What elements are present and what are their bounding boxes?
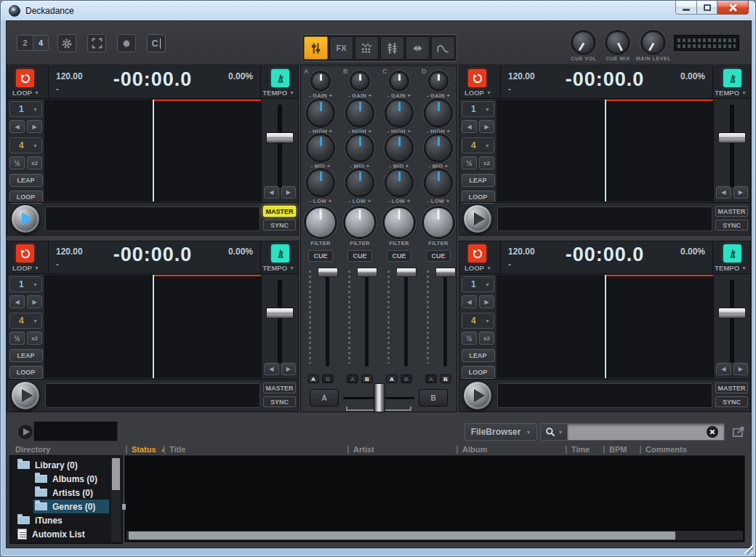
play-button[interactable]	[11, 381, 40, 410]
crossfader-handle[interactable]	[374, 383, 385, 412]
beatjump-back-button[interactable]: ◀	[462, 295, 477, 308]
tempo-icon[interactable]	[723, 69, 741, 87]
tempo-dropdown[interactable]: TEMPO▼	[262, 89, 294, 97]
track-list[interactable]	[124, 455, 745, 542]
panel-splitter-handle[interactable]	[122, 504, 126, 510]
play-button[interactable]	[463, 204, 492, 233]
nudge-forward-button[interactable]: ▶	[281, 186, 297, 199]
tempo-icon[interactable]	[723, 244, 741, 263]
nudge-forward-button[interactable]: ▶	[733, 186, 749, 199]
nudge-back-button[interactable]: ◀	[716, 363, 731, 375]
assign-b-button[interactable]: B	[441, 374, 451, 383]
maximize-button[interactable]	[697, 1, 717, 15]
high-eq-knob[interactable]	[425, 100, 452, 127]
nudge-back-button[interactable]: ◀	[264, 363, 279, 375]
low-eq-knob[interactable]	[386, 169, 413, 196]
relooper-button[interactable]: C	[147, 34, 166, 52]
tab-fx[interactable]: FX	[329, 36, 353, 60]
waveform-display[interactable]	[45, 275, 261, 378]
loop-half-button[interactable]: ½	[9, 332, 25, 345]
play-button[interactable]	[11, 204, 40, 233]
waveform-display[interactable]	[45, 100, 261, 201]
play-button[interactable]	[463, 381, 492, 410]
low-eq-knob[interactable]	[347, 169, 374, 196]
column-header-title[interactable]: Title	[164, 445, 185, 454]
volume-fader[interactable]	[340, 268, 379, 371]
volume-fader[interactable]	[379, 268, 419, 371]
popout-browser-button[interactable]	[730, 425, 747, 439]
tempo-dropdown[interactable]: TEMPO▼	[262, 264, 294, 272]
mid-eq-knob[interactable]	[307, 135, 334, 161]
beatjump-forward-button[interactable]: ▶	[479, 295, 494, 308]
sync-button[interactable]: SYNC	[715, 220, 748, 231]
browser-mode-dropdown[interactable]: FileBrowser▼	[465, 423, 537, 441]
volume-fader[interactable]	[419, 268, 458, 371]
gain-knob[interactable]	[312, 72, 330, 90]
sync-button[interactable]: SYNC	[715, 396, 748, 407]
tab-mixer[interactable]	[304, 36, 328, 60]
tree-item-artists[interactable]: Artists (0)	[10, 486, 109, 500]
beatjump-size-select[interactable]: 1▼	[9, 101, 42, 117]
cue-button[interactable]: CUE	[426, 250, 451, 262]
tempo-icon[interactable]	[271, 244, 289, 263]
mid-eq-knob[interactable]	[347, 135, 374, 161]
assign-a-button[interactable]: A	[387, 374, 398, 383]
tree-item-automix-list[interactable]: Automix List	[10, 527, 109, 541]
nudge-forward-button[interactable]: ▶	[281, 363, 297, 375]
filter-knob[interactable]	[305, 207, 336, 238]
filter-knob[interactable]	[423, 207, 454, 238]
gain-knob[interactable]	[390, 72, 409, 90]
loop-double-button[interactable]: x2	[27, 332, 42, 345]
fullscreen-button[interactable]	[87, 34, 106, 52]
loop-size-select[interactable]: 4▼	[462, 137, 494, 153]
titlebar[interactable]: Deckadance	[1, 1, 755, 21]
assign-b-button[interactable]: B	[401, 374, 412, 383]
tree-item-itunes[interactable]: iTunes	[10, 513, 109, 527]
tree-item-albums[interactable]: Albums (0)	[10, 472, 109, 486]
master-button[interactable]: MASTER	[263, 382, 296, 393]
column-header-time[interactable]: Time	[566, 445, 590, 454]
deck-view-2-button[interactable]: 2	[17, 35, 33, 51]
tempo-dropdown[interactable]: TEMPO▼	[715, 264, 747, 272]
column-header-directory[interactable]: Directory	[15, 445, 50, 454]
filter-knob[interactable]	[384, 207, 414, 238]
horizontal-scrollbar-thumb[interactable]	[129, 532, 675, 540]
search-options-button[interactable]: ▼	[540, 423, 568, 441]
tree-scrollbar[interactable]	[111, 457, 121, 542]
cue-mix-knob[interactable]	[606, 31, 629, 54]
column-header-bpm[interactable]: BPM	[603, 445, 627, 454]
high-eq-knob[interactable]	[347, 100, 374, 127]
volume-fader-handle[interactable]	[435, 268, 456, 277]
record-button[interactable]	[117, 34, 136, 52]
loop-double-button[interactable]: x2	[479, 332, 494, 345]
clear-search-icon[interactable]	[707, 426, 718, 438]
close-button[interactable]	[717, 1, 749, 15]
loop-mode-dropdown[interactable]: LOOP▼	[12, 264, 39, 272]
loop-size-select[interactable]: 4▼	[9, 313, 42, 329]
tempo-slider-handle[interactable]	[718, 308, 746, 318]
loop-mode-icon[interactable]	[16, 69, 34, 87]
nudge-back-button[interactable]: ◀	[716, 186, 731, 199]
settings-button[interactable]	[57, 34, 76, 52]
column-header-status[interactable]: Status▲	[126, 445, 166, 454]
volume-fader[interactable]	[301, 268, 340, 371]
tempo-slider-handle[interactable]	[266, 308, 294, 318]
sync-button[interactable]: SYNC	[263, 396, 296, 407]
minimize-button[interactable]	[675, 1, 697, 15]
tempo-slider-handle[interactable]	[718, 132, 746, 143]
tree-item-library[interactable]: Library (0)	[10, 458, 109, 472]
beatjump-forward-button[interactable]: ▶	[27, 295, 42, 308]
loop-mode-icon[interactable]	[16, 244, 34, 263]
cue-button[interactable]: CUE	[347, 250, 372, 262]
tab-envelope[interactable]	[431, 36, 455, 60]
cue-button[interactable]: CUE	[387, 250, 411, 262]
volume-fader-handle[interactable]	[357, 268, 377, 277]
beatjump-back-button[interactable]: ◀	[9, 295, 25, 308]
leap-button[interactable]: LEAP	[462, 349, 495, 362]
loop-half-button[interactable]: ½	[9, 156, 25, 169]
assign-a-button[interactable]: A	[308, 374, 319, 383]
tempo-slider[interactable]	[278, 280, 282, 363]
assign-b-button[interactable]: B	[323, 374, 334, 383]
column-header-comments[interactable]: Comments	[640, 445, 687, 454]
tempo-slider[interactable]	[730, 280, 734, 363]
